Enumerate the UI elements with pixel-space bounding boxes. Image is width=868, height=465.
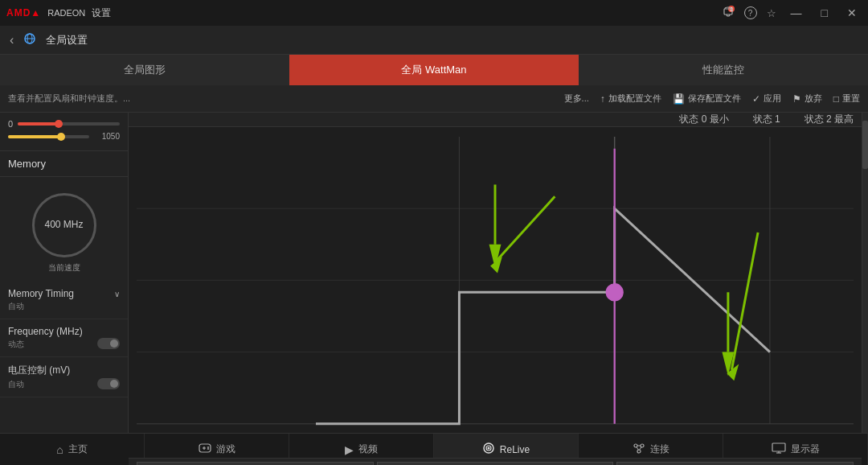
chart-svg bbox=[137, 135, 854, 450]
apply-button[interactable]: ✓ 应用 bbox=[752, 93, 781, 105]
memory-timing-title: Memory Timing ∨ bbox=[8, 288, 120, 299]
toolbar: 查看并配置风扇和时钟速度。... 更多... ↑ 加载配置文件 💾 保存配置文件… bbox=[0, 85, 868, 113]
gauge-speed: 400 MHz bbox=[44, 219, 83, 232]
chart-header: 状态 0 最小 状态 1 状态 2 最高 bbox=[129, 113, 862, 127]
nav-home-label: 主页 bbox=[68, 442, 88, 456]
minimize-button[interactable]: — bbox=[786, 5, 807, 21]
home-icon: ⌂ bbox=[56, 443, 63, 456]
gauge-area: 400 MHz 当前速度 bbox=[0, 177, 128, 282]
scrollbar[interactable] bbox=[862, 113, 868, 433]
speed-gauge: 400 MHz bbox=[32, 193, 96, 257]
amd-logo: AMD▲ bbox=[6, 7, 41, 19]
load-icon: ↑ bbox=[600, 93, 605, 105]
slider-row-2: 1050 bbox=[8, 132, 120, 141]
slider-max-value: 1050 bbox=[94, 132, 120, 141]
more-button[interactable]: 更多... bbox=[564, 93, 589, 105]
freq-state2-input[interactable] bbox=[616, 462, 854, 465]
red-slider-fill bbox=[18, 122, 59, 126]
yellow-slider-fill bbox=[8, 135, 61, 138]
svg-point-14 bbox=[606, 284, 623, 301]
save-config-button[interactable]: 💾 保存配置文件 bbox=[673, 93, 741, 105]
close-button[interactable]: ✕ bbox=[842, 5, 862, 21]
red-slider-track[interactable] bbox=[18, 122, 120, 126]
page-title: 全局设置 bbox=[46, 33, 88, 47]
yellow-slider-track[interactable] bbox=[8, 135, 89, 138]
discard-icon: ⚑ bbox=[792, 93, 801, 105]
frequency-toggle[interactable] bbox=[97, 338, 120, 349]
globe-icon bbox=[23, 32, 36, 47]
help-icon[interactable]: ? bbox=[744, 6, 757, 19]
sidebar-value-row: 0 1050 bbox=[0, 113, 128, 151]
maximize-button[interactable]: □ bbox=[817, 5, 833, 21]
state-2-label: 状态 2 最高 bbox=[805, 113, 854, 126]
slider-row-1: 0 bbox=[8, 119, 120, 129]
voltage-subtitle: 自动 bbox=[8, 379, 24, 390]
scrollbar-thumb[interactable] bbox=[862, 121, 868, 169]
titlebar: AMD▲ RADEON 设置 3 ? ☆ — □ ✕ bbox=[0, 0, 868, 26]
red-slider-thumb[interactable] bbox=[55, 120, 63, 128]
tab-wattman[interactable]: 全局 WattMan bbox=[289, 55, 579, 85]
memory-timing-section: Memory Timing ∨ 自动 bbox=[0, 282, 128, 319]
reset-icon: □ bbox=[833, 93, 839, 105]
load-config-button[interactable]: ↑ 加载配置文件 bbox=[600, 93, 661, 105]
star-icon[interactable]: ☆ bbox=[767, 7, 776, 19]
svg-line-19 bbox=[495, 196, 555, 262]
memory-label: Memory bbox=[0, 151, 128, 177]
check-icon: ✓ bbox=[752, 93, 760, 105]
state-0-label: 状态 0 最小 bbox=[679, 113, 728, 126]
nav-home[interactable]: ⌂ 主页 bbox=[0, 434, 145, 465]
tab-monitor[interactable]: 性能监控 bbox=[579, 55, 868, 85]
voltage-title: 电压控制 (mV) bbox=[8, 364, 120, 377]
gauge-label: 当前速度 bbox=[48, 262, 80, 274]
slider-min-value: 0 bbox=[8, 119, 13, 129]
voltage-toggle-knob bbox=[110, 380, 118, 388]
freq-state1-input[interactable] bbox=[377, 462, 614, 465]
titlebar-left: AMD▲ RADEON 设置 bbox=[6, 6, 111, 20]
back-button[interactable]: ‹ bbox=[10, 33, 14, 47]
svg-line-21 bbox=[731, 232, 758, 370]
frequency-input-row bbox=[129, 458, 862, 465]
chart-body bbox=[129, 127, 862, 458]
tab-graphics[interactable]: 全局图形 bbox=[0, 55, 289, 85]
app-title: 设置 bbox=[92, 6, 111, 20]
dropdown-icon[interactable]: ∨ bbox=[114, 290, 120, 298]
tabs: 全局图形 全局 WattMan 性能监控 bbox=[0, 55, 868, 85]
frequency-toggle-knob bbox=[110, 339, 118, 348]
sidebar: 0 1050 Memory 400 MHz 当前速度 bbox=[0, 113, 129, 433]
state-1-label: 状态 1 bbox=[753, 113, 780, 126]
voltage-section: 电压控制 (mV) 自动 bbox=[0, 357, 128, 397]
main-content: 0 1050 Memory 400 MHz 当前速度 bbox=[0, 113, 868, 433]
titlebar-right: 3 ? ☆ — □ ✕ bbox=[722, 5, 862, 21]
navbar: ‹ 全局设置 bbox=[0, 26, 868, 55]
reset-button[interactable]: □ 重置 bbox=[833, 93, 860, 105]
frequency-subtitle: 动态 bbox=[8, 339, 24, 350]
frequency-section: Frequency (MHz) 动态 bbox=[0, 319, 128, 357]
save-icon: 💾 bbox=[673, 93, 685, 105]
memory-timing-subtitle: 自动 bbox=[8, 301, 120, 312]
voltage-toggle[interactable] bbox=[97, 378, 120, 389]
notification-icon[interactable]: 3 bbox=[722, 6, 735, 21]
yellow-slider-thumb[interactable] bbox=[57, 133, 65, 141]
radeon-logo: RADEON bbox=[47, 8, 85, 18]
frequency-title: Frequency (MHz) bbox=[8, 326, 120, 337]
toolbar-description: 查看并配置风扇和时钟速度。... bbox=[8, 93, 555, 105]
discard-button[interactable]: ⚑ 放弃 bbox=[792, 93, 822, 105]
chart-area: 状态 0 最小 状态 1 状态 2 最高 bbox=[129, 113, 862, 433]
freq-state0-input[interactable] bbox=[137, 462, 374, 465]
toolbar-actions: 更多... ↑ 加载配置文件 💾 保存配置文件 ✓ 应用 ⚑ 放弃 □ 重置 bbox=[564, 93, 860, 105]
